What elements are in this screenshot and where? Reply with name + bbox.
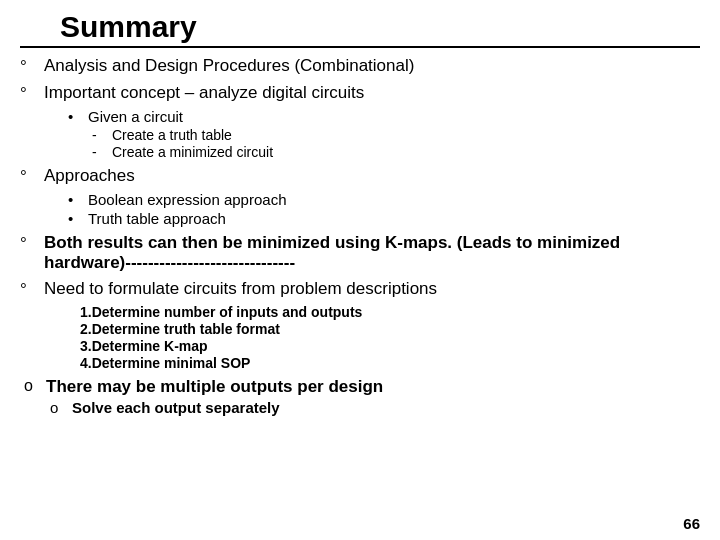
- numbered-item-3: 4.Determine minimal SOP: [80, 355, 700, 371]
- sub-text-2-0: Given a circuit: [88, 108, 183, 125]
- o-text-0: There may be multiple outputs per design: [46, 377, 383, 397]
- page-number: 66: [683, 515, 700, 532]
- slide-title: Summary: [60, 10, 700, 44]
- sub-symbol-2-0: •: [68, 108, 80, 125]
- sub-bullet-3-1: • Truth table approach: [68, 210, 700, 227]
- section-2: ° Important concept – analyze digital ci…: [20, 83, 700, 160]
- bullet-text-2: Important concept – analyze digital circ…: [44, 83, 364, 103]
- bullet-text-1: Analysis and Design Procedures (Combinat…: [44, 56, 414, 76]
- bullet-symbol-1: °: [20, 57, 36, 77]
- bullet-main-5: ° Need to formulate circuits from proble…: [20, 279, 700, 300]
- bullet-text-3: Approaches: [44, 166, 135, 186]
- o-bullet-0: o There may be multiple outputs per desi…: [24, 377, 700, 397]
- sub-symbol-3-1: •: [68, 210, 80, 227]
- title-divider: [20, 46, 700, 48]
- bullet-text-4: Both results can then be minimized using…: [44, 233, 700, 273]
- numbered-item-1: 2.Determine truth table format: [80, 321, 700, 337]
- sub-text-3-1: Truth table approach: [88, 210, 226, 227]
- o-sub-text-0: Solve each output separately: [72, 399, 280, 416]
- section-5: ° Need to formulate circuits from proble…: [20, 279, 700, 371]
- sub-sub-bullet-2-0-0: - Create a truth table: [92, 127, 700, 143]
- section-4: ° Both results can then be minimized usi…: [20, 233, 700, 273]
- o-symbol-0: o: [24, 377, 38, 395]
- o-sub-symbol-0: o: [50, 399, 64, 416]
- bullet-symbol-4: °: [20, 234, 36, 254]
- section-3: ° Approaches • Boolean expression approa…: [20, 166, 700, 227]
- section-1: ° Analysis and Design Procedures (Combin…: [20, 56, 700, 77]
- sub-sub-symbol-2-0-0: -: [92, 127, 104, 143]
- bullet-text-5: Need to formulate circuits from problem …: [44, 279, 437, 299]
- sub-sub-symbol-2-0-1: -: [92, 144, 104, 160]
- bullet-symbol-3: °: [20, 167, 36, 187]
- o-section: o There may be multiple outputs per desi…: [20, 377, 700, 416]
- sub-sub-bullet-2-0-1: - Create a minimized circuit: [92, 144, 700, 160]
- o-sub-0: o Solve each output separately: [50, 399, 700, 416]
- bullet-main-2: ° Important concept – analyze digital ci…: [20, 83, 700, 104]
- bullet-main-3: ° Approaches: [20, 166, 700, 187]
- sub-symbol-3-0: •: [68, 191, 80, 208]
- numbered-item-2: 3.Determine K-map: [80, 338, 700, 354]
- bullet-main-4: ° Both results can then be minimized usi…: [20, 233, 700, 273]
- bullet-symbol-2: °: [20, 84, 36, 104]
- numbered-item-0: 1.Determine number of inputs and outputs: [80, 304, 700, 320]
- sub-bullet-3-0: • Boolean expression approach: [68, 191, 700, 208]
- bullet-symbol-5: °: [20, 280, 36, 300]
- slide-page: Summary ° Analysis and Design Procedures…: [0, 0, 720, 540]
- sub-sub-text-2-0-0: Create a truth table: [112, 127, 232, 143]
- sub-text-3-0: Boolean expression approach: [88, 191, 286, 208]
- sub-sub-text-2-0-1: Create a minimized circuit: [112, 144, 273, 160]
- sub-bullet-2-0: • Given a circuit: [68, 108, 700, 125]
- bullet-main-1: ° Analysis and Design Procedures (Combin…: [20, 56, 700, 77]
- numbered-list: 1.Determine number of inputs and outputs…: [80, 304, 700, 371]
